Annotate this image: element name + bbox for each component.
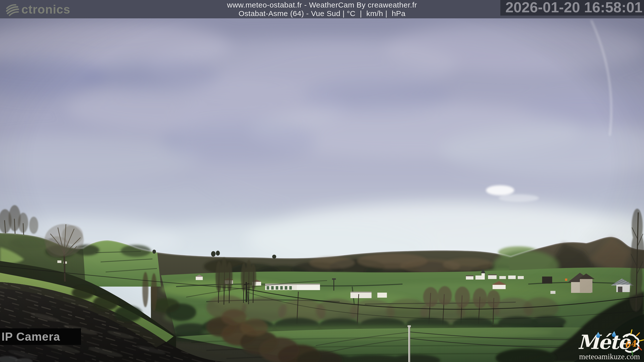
vignette — [0, 0, 644, 362]
ctronics-globe-icon — [5, 2, 20, 17]
meteo-url-text: meteoamikuze.com — [577, 352, 642, 361]
meteo-script-text: Mété — [578, 331, 632, 353]
osd-timestamp: 2026-01-20 16:58:01 — [500, 0, 644, 16]
webcam-photo — [0, 0, 644, 362]
ip-camera-text: IP Camera — [2, 330, 60, 343]
badge-64-text: 64 — [624, 338, 637, 350]
meteo64-logo: Mété 64 mete — [577, 328, 642, 361]
meteo64-logo-art: Mété 64 — [577, 328, 642, 353]
camera-brand-logo: ctronics — [5, 2, 70, 17]
camera-brand-text: ctronics — [21, 3, 70, 16]
osd-ip-camera-label: IP Camera — [0, 328, 81, 345]
webcam-frame: Webcam still: hillside valley of Ostabat… — [0, 0, 644, 362]
